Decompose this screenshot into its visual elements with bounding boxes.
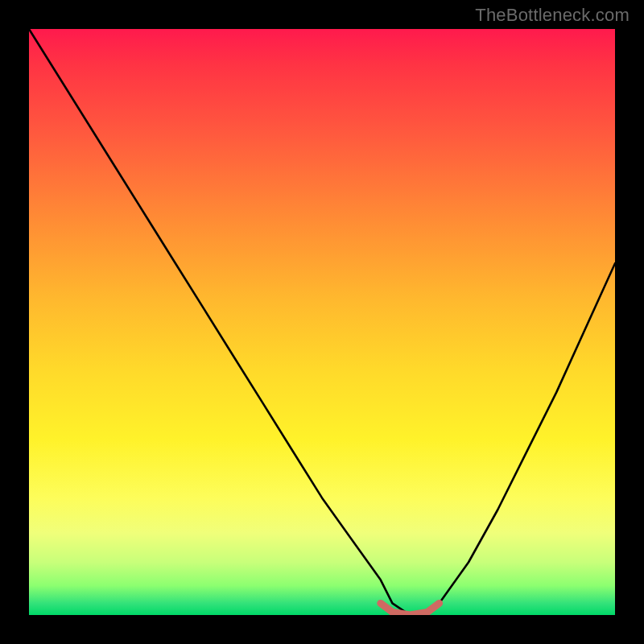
bottleneck-curve-svg [29,29,615,615]
optimal-segment [381,603,440,615]
chart-frame: TheBottleneck.com [0,0,644,644]
bottleneck-curve [29,29,615,615]
watermark-text: TheBottleneck.com [475,5,630,26]
plot-area [29,29,615,615]
